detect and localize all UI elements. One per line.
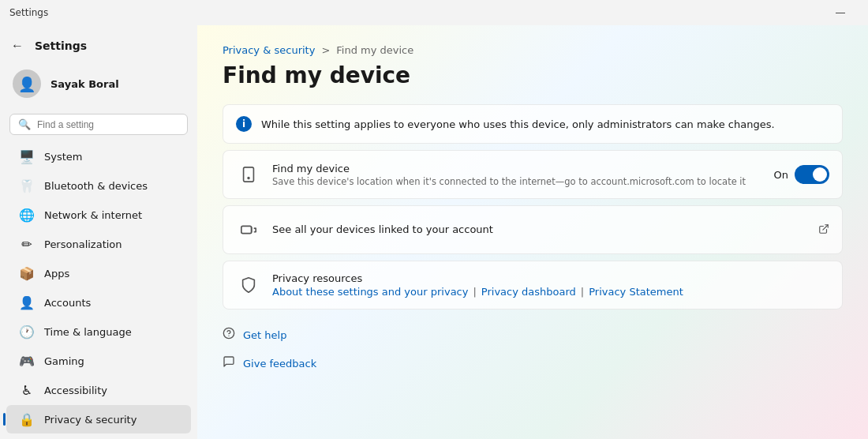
nav-icon-system: 🖥️	[19, 148, 35, 164]
search-icon: 🔍	[18, 118, 31, 130]
user-name: Sayak Boral	[51, 78, 119, 90]
see-devices-content: See all your devices linked to your acco…	[272, 223, 807, 237]
nav-label-bluetooth: Bluetooth & devices	[44, 180, 148, 192]
nav-icon-accessibility: ♿	[19, 382, 35, 398]
external-link-icon	[818, 223, 829, 237]
minimize-button[interactable]: —	[822, 0, 859, 25]
svg-line-3	[823, 224, 828, 229]
nav-icon-bluetooth: 🦷	[19, 178, 35, 193]
breadcrumb-current: Find my device	[336, 44, 413, 56]
sidebar-item-time[interactable]: 🕐 Time & language	[6, 317, 191, 346]
nav-icon-gaming: 🎮	[19, 353, 35, 369]
find-device-desc: Save this device's location when it's co…	[272, 176, 763, 187]
devices-icon	[236, 217, 261, 242]
privacy-link-sep-0: |	[473, 286, 476, 298]
privacy-link-dashboard[interactable]: Privacy dashboard	[481, 286, 576, 298]
info-banner: i While this setting applies to everyone…	[223, 104, 843, 144]
search-box[interactable]: 🔍	[9, 114, 188, 135]
window-controls: —	[822, 0, 859, 25]
find-device-icon	[236, 162, 261, 187]
titlebar: Settings —	[0, 0, 868, 25]
nav-label-time: Time & language	[44, 326, 132, 338]
info-icon: i	[236, 116, 252, 132]
privacy-resources-row: Privacy resources About these settings a…	[223, 261, 842, 309]
svg-rect-0	[244, 167, 254, 182]
see-devices-action[interactable]	[818, 223, 829, 237]
nav-label-accessibility: Accessibility	[44, 385, 107, 396]
sidebar-item-windows-update[interactable]: 🔄 Windows Update	[6, 434, 191, 439]
sidebar-item-gaming[interactable]: 🎮 Gaming	[6, 347, 191, 375]
breadcrumb-separator: >	[321, 44, 330, 56]
privacy-link-about[interactable]: About these settings and your privacy	[272, 286, 468, 298]
sidebar: ← Settings 👤 Sayak Boral 🔍 🖥️ System 🦷 B…	[0, 25, 197, 439]
get-help-item[interactable]: Get help	[223, 322, 843, 347]
privacy-resources-title: Privacy resources	[272, 272, 829, 284]
nav-label-network: Network & internet	[44, 209, 142, 221]
find-device-title: Find my device	[272, 163, 763, 174]
sidebar-item-privacy[interactable]: 🔒 Privacy & security	[6, 405, 191, 433]
privacy-links: About these settings and your privacy|Pr…	[272, 286, 829, 298]
avatar: 👤	[13, 69, 41, 98]
nav-label-accounts: Accounts	[44, 297, 91, 309]
nav-icon-time: 🕐	[19, 324, 35, 340]
give-feedback-icon	[223, 355, 235, 371]
user-profile[interactable]: 👤 Sayak Boral	[0, 63, 197, 111]
see-devices-row[interactable]: See all your devices linked to your acco…	[223, 206, 842, 253]
svg-rect-2	[241, 226, 252, 233]
sidebar-item-accessibility[interactable]: ♿ Accessibility	[6, 376, 191, 404]
sidebar-item-system[interactable]: 🖥️ System	[6, 142, 191, 171]
breadcrumb: Privacy & security > Find my device	[223, 44, 843, 56]
see-devices-card[interactable]: See all your devices linked to your acco…	[223, 205, 843, 254]
nav-label-system: System	[44, 151, 82, 163]
find-my-device-card: Find my device Save this device's locati…	[223, 150, 843, 199]
sidebar-title: Settings	[35, 39, 87, 52]
breadcrumb-privacy-link[interactable]: Privacy & security	[223, 44, 315, 56]
get-help-icon	[223, 327, 235, 343]
main-content: Privacy & security > Find my device Find…	[197, 25, 868, 439]
nav-icon-privacy: 🔒	[19, 411, 35, 427]
nav-icon-accounts: 👤	[19, 295, 35, 310]
svg-point-1	[248, 178, 249, 179]
privacy-link-sep-1: |	[581, 286, 584, 298]
nav-label-privacy: Privacy & security	[44, 414, 137, 426]
privacy-resources-card: Privacy resources About these settings a…	[223, 261, 843, 310]
privacy-resources-content: Privacy resources About these settings a…	[272, 272, 829, 298]
toggle-on-label: On	[774, 169, 788, 181]
app-title: Settings	[9, 7, 48, 18]
nav-icon-network: 🌐	[19, 207, 35, 223]
nav-icon-personalization: ✏️	[19, 236, 35, 252]
nav-label-personalization: Personalization	[44, 238, 122, 250]
privacy-link-statement[interactable]: Privacy Statement	[589, 286, 683, 298]
sidebar-item-apps[interactable]: 📦 Apps	[6, 259, 191, 287]
find-device-action: On	[774, 165, 829, 184]
find-my-device-row: Find my device Save this device's locati…	[223, 151, 842, 198]
back-button[interactable]: ←	[6, 35, 28, 57]
get-help-label: Get help	[243, 329, 286, 341]
sidebar-item-bluetooth[interactable]: 🦷 Bluetooth & devices	[6, 171, 191, 200]
toggle-track[interactable]	[795, 165, 829, 184]
find-device-toggle[interactable]	[795, 165, 829, 184]
nav-label-apps: Apps	[44, 268, 69, 280]
privacy-resources-icon	[236, 272, 261, 298]
toggle-thumb	[813, 167, 827, 182]
sidebar-item-accounts[interactable]: 👤 Accounts	[6, 288, 191, 317]
info-banner-text: While this setting applies to everyone w…	[261, 118, 775, 130]
see-devices-title: See all your devices linked to your acco…	[272, 223, 807, 235]
nav-list: 🖥️ System 🦷 Bluetooth & devices 🌐 Networ…	[0, 141, 197, 439]
nav-label-gaming: Gaming	[44, 355, 84, 367]
search-input[interactable]	[37, 119, 179, 130]
nav-icon-apps: 📦	[19, 265, 35, 281]
sidebar-item-network[interactable]: 🌐 Network & internet	[6, 201, 191, 229]
sidebar-item-personalization[interactable]: ✏️ Personalization	[6, 230, 191, 258]
page-title: Find my device	[223, 62, 843, 88]
find-device-content: Find my device Save this device's locati…	[272, 163, 763, 187]
give-feedback-item[interactable]: Give feedback	[223, 351, 843, 376]
help-section: Get help Give feedback	[223, 322, 843, 376]
give-feedback-label: Give feedback	[243, 358, 316, 370]
